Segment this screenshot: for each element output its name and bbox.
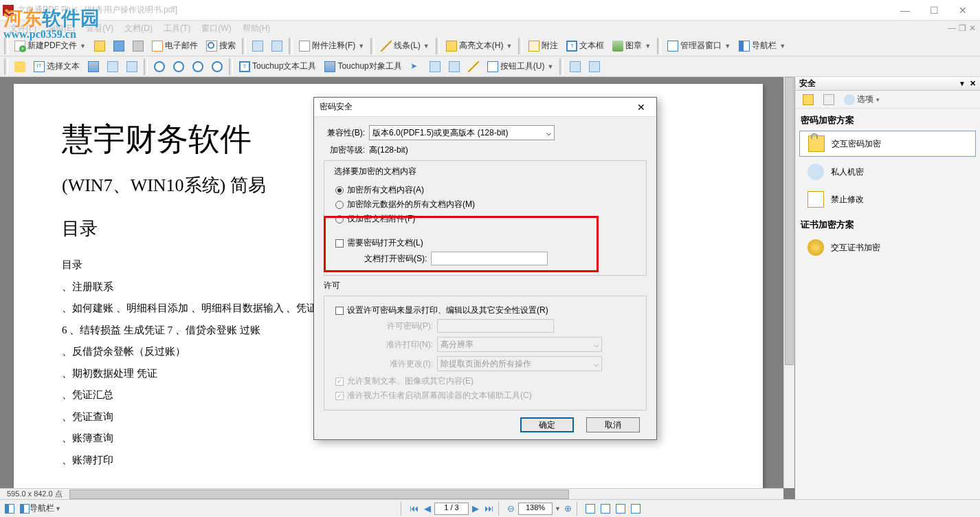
- title-bar: 文电通PDF Plus - [财务用户操作说明书.pdf] — ☐ ✕: [0, 0, 980, 21]
- tool-b-button[interactable]: [123, 58, 141, 75]
- button-tool-button[interactable]: 按钮工具(U)▼: [484, 58, 557, 75]
- certificate-icon: [808, 239, 824, 256]
- menu-file[interactable]: 文件(F): [4, 21, 42, 36]
- radio-encrypt-all[interactable]: 加密所有文档内容(A): [335, 184, 639, 196]
- close-button[interactable]: ✕: [948, 1, 977, 20]
- select-text-button[interactable]: IT选择文本: [30, 58, 83, 75]
- scheme-no-edit[interactable]: 禁止修改: [799, 187, 976, 212]
- layout-facing[interactable]: [614, 502, 627, 516]
- checkbox-open-password[interactable]: 需要密码打开文档(L): [335, 237, 639, 249]
- panel-dropdown[interactable]: ▼: [959, 80, 966, 87]
- mdi-restore[interactable]: ❐: [959, 23, 966, 33]
- scheme-interactive-cert[interactable]: 交互证书加密: [799, 235, 976, 260]
- dialog-title-text: 密码安全: [320, 101, 353, 113]
- scheme-private[interactable]: 私人机密: [799, 160, 976, 184]
- navbar-button[interactable]: 导航栏▼: [735, 38, 789, 54]
- menu-edit[interactable]: 编辑(E): [42, 21, 80, 36]
- dialog-close-button[interactable]: ✕: [632, 102, 651, 113]
- zoom-dropdown[interactable]: ▼: [555, 505, 561, 512]
- layout-single[interactable]: [583, 502, 597, 516]
- print-button[interactable]: [129, 38, 147, 54]
- sb-panel-toggle[interactable]: [3, 502, 16, 516]
- ok-button[interactable]: 确定: [520, 417, 574, 432]
- layout-continuous-facing[interactable]: [629, 502, 643, 516]
- note-button[interactable]: 附注: [525, 38, 561, 54]
- menu-tools[interactable]: 工具(T): [158, 21, 196, 36]
- scheme-label: 交互密码加密: [832, 138, 881, 150]
- radio-encrypt-attach-only[interactable]: 仅加密文档附件(F): [335, 213, 639, 225]
- layout-continuous[interactable]: [599, 502, 612, 516]
- crop-tool-button[interactable]: [445, 58, 463, 75]
- last-page-button[interactable]: ⏭: [482, 503, 495, 514]
- highlight-button[interactable]: 高亮文本(H)▼: [443, 38, 516, 54]
- scheme-label: 交互证书加密: [831, 242, 880, 254]
- wrench-icon: [844, 94, 855, 105]
- maximize-button[interactable]: ☐: [920, 1, 948, 20]
- zoom-in-button[interactable]: [151, 58, 168, 75]
- search-button[interactable]: 搜索: [203, 38, 239, 54]
- next-page-button[interactable]: ▶: [470, 503, 481, 514]
- zoom-dynamic-button[interactable]: [208, 58, 226, 75]
- email-button[interactable]: 电子邮件: [148, 38, 201, 54]
- window-title: 文电通PDF Plus - [财务用户操作说明书.pdf]: [18, 4, 891, 16]
- vertical-scrollbar[interactable]: [783, 77, 794, 488]
- snapshot-button[interactable]: [85, 58, 102, 75]
- textbox-button[interactable]: T文本框: [563, 38, 608, 54]
- chevron-down-icon: ⌵: [546, 128, 551, 138]
- password-security-dialog: 密码安全 ✕ 兼容性(B): 版本6.0(PDF1.5)或更高版本 (128-b…: [313, 97, 657, 440]
- zoom-input[interactable]: 138%: [518, 503, 553, 515]
- radio-icon: [335, 215, 344, 223]
- extra-tool-1[interactable]: [566, 58, 584, 75]
- open-button[interactable]: [91, 38, 109, 54]
- minimize-button[interactable]: —: [891, 1, 920, 20]
- first-page-button[interactable]: ⏮: [408, 503, 421, 514]
- scheme-label: 私人机密: [831, 166, 864, 178]
- app-icon: [3, 5, 14, 16]
- security-panel: 安全 ▼ ✕ 选项▾ 密码加密方案 交互密码加密 私人机密 禁止修改 证书加密方…: [794, 77, 980, 499]
- stamp-button[interactable]: 图章▼: [609, 38, 654, 54]
- attach-comment-button[interactable]: 附件注释(F)▼: [296, 38, 368, 54]
- undo-button[interactable]: [249, 38, 267, 54]
- touchup-object-button[interactable]: Touchup对象工具: [321, 58, 405, 75]
- menu-window[interactable]: 窗口(W): [196, 21, 236, 36]
- perm-password-input: [437, 319, 554, 333]
- user-icon: [808, 164, 824, 180]
- compat-select[interactable]: 版本6.0(PDF1.5)或更高版本 (128-bit)⌵: [369, 125, 555, 140]
- status-bar: 导航栏▼ ⏮ ◀ 1 / 3 ▶ ⏭ ⊖ 138% ▼ ⊕: [0, 499, 980, 517]
- line-button[interactable]: 线条(L)▼: [377, 38, 433, 54]
- scheme-interactive-password[interactable]: 交互密码加密: [799, 131, 976, 157]
- touchup-text-button[interactable]: TTouchup文本工具: [236, 58, 320, 75]
- save-button[interactable]: [110, 38, 128, 54]
- prev-page-button[interactable]: ◀: [422, 503, 433, 514]
- manager-window-button[interactable]: 管理器窗口▼: [664, 38, 734, 54]
- zoom-marquee-button[interactable]: [189, 58, 207, 75]
- edit-tool-button[interactable]: [465, 58, 482, 75]
- extra-tool-2[interactable]: [586, 58, 603, 75]
- horizontal-scrollbar[interactable]: [69, 490, 783, 499]
- radio-encrypt-except-meta[interactable]: 加密除元数据外的所有文档内容(M): [335, 199, 639, 210]
- new-pdf-button[interactable]: 新建PDF文件▼: [11, 38, 89, 54]
- zoom-in-sb[interactable]: ⊕: [562, 503, 574, 514]
- panel-close[interactable]: ✕: [970, 79, 976, 88]
- checkbox-permission-password[interactable]: 设置许可密码来显示打印、编辑以及其它安全性设置(R): [335, 305, 639, 316]
- hand-tool-button[interactable]: [11, 58, 29, 75]
- cancel-button[interactable]: 取消: [586, 417, 640, 432]
- page-number-input[interactable]: 1 / 3: [434, 503, 469, 515]
- zoom-out-sb[interactable]: ⊖: [505, 503, 517, 514]
- arrow-cursor-button[interactable]: ➤: [407, 58, 425, 75]
- open-password-input[interactable]: [431, 252, 548, 265]
- panel-options-button[interactable]: 选项▾: [840, 91, 883, 108]
- tool-a-button[interactable]: [104, 58, 122, 75]
- mdi-close[interactable]: ✕: [969, 23, 976, 33]
- redo-button[interactable]: [268, 38, 286, 54]
- panel-delete-button[interactable]: [820, 91, 838, 108]
- menu-help[interactable]: 帮助(H): [237, 21, 276, 36]
- menu-document[interactable]: 文档(D): [119, 21, 158, 36]
- link-tool-button[interactable]: [426, 58, 444, 75]
- zoom-out-button[interactable]: [170, 58, 188, 75]
- menu-view[interactable]: 查看(V): [80, 21, 119, 36]
- sb-navbar-button[interactable]: 导航栏▼: [18, 502, 63, 516]
- panel-add-button[interactable]: [799, 91, 817, 108]
- noedit-icon: [808, 191, 824, 208]
- mdi-minimize[interactable]: —: [948, 23, 956, 33]
